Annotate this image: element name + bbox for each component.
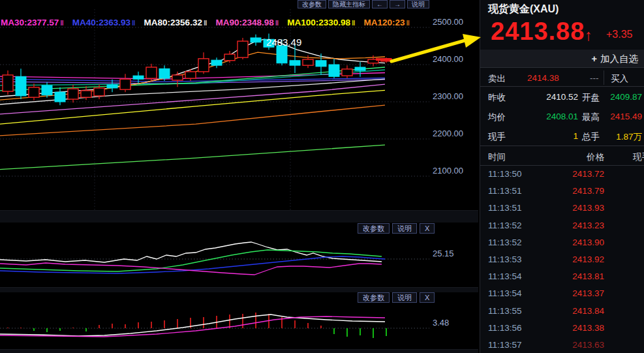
stat-label: 昨收: [488, 92, 506, 104]
candlestick: [3, 70, 13, 95]
candlestick: [107, 80, 117, 92]
stat-value: 1: [516, 131, 578, 141]
ma-legend-item-2: MA80:2356.32‖: [144, 18, 207, 27]
tick-row[interactable]: 11:13:502413.72: [480, 166, 644, 183]
tick-price: 2413.37: [552, 288, 604, 298]
y-axis-label: 2400.00: [433, 54, 463, 64]
peak-price-label: 2483.49: [266, 37, 301, 48]
main-chart-toolbar: 改参数隐藏主指标←→说明: [0, 0, 431, 9]
ma-legend-item-5: MA120:23‖: [364, 18, 410, 27]
toolbar-button-1[interactable]: 隐藏主指标: [328, 0, 370, 8]
sub1-button-1[interactable]: 说明: [392, 223, 417, 234]
tick-price: 2413.63: [552, 340, 604, 350]
tick-row[interactable]: 11:13:522413.90: [480, 234, 644, 251]
tick-price: 2413.23: [552, 221, 604, 230]
buy-button[interactable]: 买入: [611, 73, 628, 85]
tick-row[interactable]: 11:13:552413.84: [480, 303, 644, 320]
col-price: 价格: [552, 151, 604, 163]
panel-separator: [0, 287, 478, 292]
candlestick: [290, 44, 300, 73]
stat-value: 2408.01: [516, 112, 578, 121]
ind1-magenta: [0, 263, 382, 275]
sub2-axis-label: 3.48: [433, 318, 449, 328]
add-watchlist-button[interactable]: +加入自选: [592, 53, 638, 65]
tick-time: 11:13:55: [488, 306, 522, 316]
candlestick: [355, 62, 365, 77]
ma-legend: MA30:2377.57‖MA40:2363.93‖MA80:2356.32‖M…: [1, 18, 430, 29]
sell-button[interactable]: 卖出: [488, 73, 506, 85]
tick-row[interactable]: 11:13:542413.81: [480, 268, 644, 285]
candlestick: [29, 84, 39, 100]
sub1-axis-label: 25.15: [433, 249, 454, 258]
tick-price: 2413.84: [552, 306, 604, 316]
candlestick: [211, 57, 222, 68]
sell-buy-row: 卖出 2414.38 --- 买入: [480, 69, 644, 87]
ma-bars-glyph: ‖: [204, 19, 207, 27]
candlestick: [342, 65, 352, 78]
tick-row[interactable]: 11:13:512413.79: [480, 183, 644, 200]
tick-time: 11:13:51: [488, 186, 522, 196]
toolbar-button-0[interactable]: 改参数: [298, 0, 326, 8]
candlestick: [120, 74, 130, 92]
tick-row[interactable]: 11:13:542413.37: [480, 285, 644, 302]
ma-bars-glyph: ‖: [352, 19, 355, 27]
subpanel2-toolbar: 改参数说明X: [358, 292, 435, 303]
sub1-button-2[interactable]: X: [420, 223, 435, 234]
tick-price: 2413.92: [552, 254, 604, 264]
stat-row-2: 现手1总手1.87万: [480, 126, 644, 146]
col-volume: 现手: [633, 151, 644, 163]
plus-icon: +: [592, 54, 597, 64]
sub2-button-2[interactable]: X: [420, 292, 435, 303]
candlestick: [42, 82, 52, 98]
quote-panel: 现货黄金(XAU) 2413.88 ↑ +3.35 +加入自选 卖出 2414.…: [480, 0, 644, 353]
y-axis-label: 2500.00: [433, 17, 463, 27]
tick-price: 2413.93: [552, 203, 604, 213]
instrument-title: 现货黄金(XAU): [488, 3, 559, 16]
tick-row[interactable]: 11:13:522413.23: [480, 217, 644, 234]
sub2-button-0[interactable]: 改参数: [358, 292, 390, 303]
tick-time: 11:13:53: [488, 254, 522, 264]
stat-row-0: 昨收2410.52开盘2409.87: [480, 87, 644, 106]
ma-legend-item-4: MA100:2330.98‖: [287, 18, 355, 27]
price-change: +3.35: [606, 29, 632, 40]
tick-time: 11:13:52: [488, 221, 522, 230]
add-watchlist-label: 加入自选: [600, 54, 638, 64]
ma-green-low: [0, 145, 385, 170]
tick-time: 11:13:50: [488, 169, 522, 179]
price-up-arrow-icon: ↑: [585, 26, 592, 44]
toolbar-button-2[interactable]: ←: [372, 0, 388, 8]
y-axis-label: 2300.00: [433, 91, 463, 101]
sub2-button-1[interactable]: 说明: [392, 292, 417, 303]
tick-row[interactable]: 11:13:562413.38: [480, 320, 644, 337]
candlestick: [329, 59, 339, 78]
sub1-button-0[interactable]: 改参数: [358, 223, 390, 234]
stat-label: 现手: [488, 131, 506, 143]
col-time: 时间: [488, 151, 506, 163]
tick-time: 11:13:54: [488, 288, 522, 298]
spread-dots: ---: [590, 73, 599, 83]
tick-row[interactable]: 11:13:512413.93: [480, 200, 644, 217]
candlestick: [251, 35, 261, 46]
tick-time: 11:13:51: [488, 203, 522, 213]
candlestick: [172, 72, 183, 87]
tick-row[interactable]: 11:13:532413.92: [480, 251, 644, 268]
candlestick: [198, 52, 209, 74]
tick-price: 2413.72: [552, 169, 604, 179]
tick-price: 2413.81: [552, 271, 604, 281]
toolbar-button-3[interactable]: →: [390, 0, 405, 8]
tick-time: 11:13:57: [488, 340, 522, 350]
tick-table[interactable]: 11:13:502413.7211:13:512413.7911:13:5124…: [480, 166, 644, 353]
toolbar-button-4[interactable]: 说明: [407, 0, 429, 8]
ma-bars-glyph: ‖: [132, 19, 135, 27]
candlestick: [55, 87, 65, 105]
tick-row[interactable]: 11:13:572413.63: [480, 337, 644, 353]
stat-label: 均价: [488, 112, 506, 123]
watchlist-bar: +加入自选: [480, 50, 644, 68]
ma-legend-item-1: MA40:2363.93‖: [72, 18, 136, 27]
sell-price: 2414.38: [527, 73, 559, 83]
candlestick: [159, 65, 170, 81]
ma-bars-glyph: ‖: [406, 19, 410, 27]
quote-stats: 昨收2410.52开盘2409.87均价2408.01最高2415.49现手1总…: [480, 87, 644, 146]
candlestick: [238, 38, 248, 59]
stat-value: 2415.49: [596, 112, 642, 121]
